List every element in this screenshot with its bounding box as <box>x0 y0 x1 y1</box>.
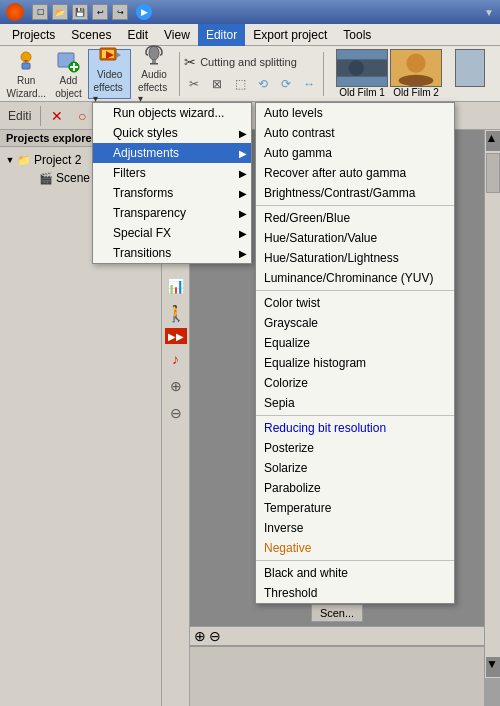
red-x-icon[interactable]: ✕ <box>46 105 68 127</box>
negative-item[interactable]: Negative <box>256 538 454 558</box>
luminance-chrominance-item[interactable]: Luminance/Chrominance (YUV) <box>256 268 454 288</box>
transforms-item[interactable]: Transforms ▶ <box>93 183 251 203</box>
threshold-item[interactable]: Threshold <box>256 583 454 603</box>
scroll-down-arrow[interactable]: ▼ <box>486 657 500 677</box>
video-effects-button[interactable]: Video effects ▾ <box>88 49 130 99</box>
submenu-sep-4 <box>256 560 454 561</box>
menu-bar: Projects Scenes Edit View Editor Export … <box>0 24 500 46</box>
transforms-arrow: ▶ <box>239 188 247 199</box>
toolbar-separator-1 <box>179 52 180 96</box>
old-film-2[interactable]: Old Film 2 <box>390 49 442 98</box>
old-film-1[interactable]: Old Film 1 <box>336 49 388 98</box>
audio-effects-label: Audio <box>141 69 167 80</box>
filters-item[interactable]: Filters ▶ <box>93 163 251 183</box>
add-object-label: Add <box>60 75 78 86</box>
quick-styles-item[interactable]: Quick styles ▶ <box>93 123 251 143</box>
project-folder-icon: 📁 <box>16 152 32 168</box>
transitions-arrow: ▶ <box>239 248 247 259</box>
rotate-left-icon[interactable]: ⟲ <box>253 74 273 94</box>
menu-export[interactable]: Export project <box>245 24 335 46</box>
old-film-3-thumb <box>455 49 485 87</box>
crop-icon[interactable]: ⬚ <box>230 74 250 94</box>
add-object-button[interactable]: Add object <box>50 49 86 99</box>
quick-icon[interactable]: ▶ <box>136 4 152 20</box>
title-arrow: ▼ <box>484 7 494 18</box>
svg-rect-13 <box>150 63 158 65</box>
transitions-item[interactable]: Transitions ▶ <box>93 243 251 263</box>
old-film-2-thumb <box>390 49 442 87</box>
grayscale-item[interactable]: Grayscale <box>256 313 454 333</box>
old-film-3-partial[interactable] <box>444 49 496 98</box>
equalize-histogram-item[interactable]: Equalize histogram <box>256 353 454 373</box>
audio-effects-label2: effects ▾ <box>138 82 170 104</box>
transparency-item[interactable]: Transparency ▶ <box>93 203 251 223</box>
title-bar: ☐ 📂 💾 ↩ ↪ ▶ ▼ <box>0 0 500 24</box>
run-wizard-label: Run <box>17 75 35 86</box>
brightness-contrast-gamma-item[interactable]: Brightness/Contrast/Gamma <box>256 183 454 203</box>
quick-access: ▶ <box>136 4 152 20</box>
auto-gamma-item[interactable]: Auto gamma <box>256 143 454 163</box>
submenu-sep-1 <box>256 205 454 206</box>
menu-tools[interactable]: Tools <box>335 24 379 46</box>
add-object-icon <box>56 49 80 73</box>
run-wizard-button[interactable]: Run Wizard... <box>4 49 48 99</box>
flip-icon[interactable]: ↔ <box>299 74 319 94</box>
colorize-item[interactable]: Colorize <box>256 373 454 393</box>
music-icon[interactable]: ♪ <box>164 347 188 371</box>
color-twist-item[interactable]: Color twist <box>256 293 454 313</box>
black-and-white-item[interactable]: Black and white <box>256 563 454 583</box>
open-icon[interactable]: 📂 <box>52 4 68 20</box>
svg-point-19 <box>399 75 434 87</box>
film-thumbnails: Old Film 1 Old Film 2 <box>336 49 496 98</box>
video-effects-label2: effects ▾ <box>93 82 125 104</box>
new-icon[interactable]: ☐ <box>32 4 48 20</box>
hue-saturation-lightness-item[interactable]: Hue/Saturation/Lightness <box>256 248 454 268</box>
rotate-3d-icon[interactable]: ⟳ <box>276 74 296 94</box>
red-green-blue-item[interactable]: Red/Green/Blue <box>256 208 454 228</box>
posterize-item[interactable]: Posterize <box>256 438 454 458</box>
toolbar-separator-2 <box>323 52 324 96</box>
figure-icon[interactable]: 🚶 <box>164 301 188 325</box>
svg-rect-1 <box>22 63 30 69</box>
expand-arrow: ▼ <box>4 154 16 166</box>
video-effects-icon <box>98 43 122 67</box>
special-fx-item[interactable]: Special FX ▶ <box>93 223 251 243</box>
adjustments-arrow: ▶ <box>239 148 247 159</box>
reducing-bit-resolution-item[interactable]: Reducing bit resolution <box>256 418 454 438</box>
adjustments-item[interactable]: Adjustments ▶ <box>93 143 251 163</box>
equalize-item[interactable]: Equalize <box>256 333 454 353</box>
scroll-thumb[interactable] <box>486 153 500 193</box>
auto-contrast-item[interactable]: Auto contrast <box>256 123 454 143</box>
save-icon[interactable]: 💾 <box>72 4 88 20</box>
old-film-1-label: Old Film 1 <box>339 87 385 98</box>
redo-icon[interactable]: ↪ <box>112 4 128 20</box>
scissors-icon[interactable]: ✂ <box>184 74 204 94</box>
bottom-mini-toolbar: ⊕ ⊖ <box>190 626 484 646</box>
circle-icon[interactable]: ○ <box>71 105 93 127</box>
run-objects-wizard-item[interactable]: Run objects wizard... <box>93 103 251 123</box>
project-name: Project 2 <box>34 153 81 167</box>
sepia-item[interactable]: Sepia <box>256 393 454 413</box>
zoom-minus[interactable]: ⊕ <box>194 628 206 644</box>
zoom-plus[interactable]: ⊖ <box>209 628 221 644</box>
zoom-out-icon[interactable]: ⊖ <box>164 401 188 425</box>
menu-projects[interactable]: Projects <box>4 24 63 46</box>
vertical-scrollbar[interactable]: ▲ ▼ <box>484 130 500 678</box>
temperature-item[interactable]: Temperature <box>256 498 454 518</box>
hue-saturation-value-item[interactable]: Hue/Saturation/Value <box>256 228 454 248</box>
auto-levels-item[interactable]: Auto levels <box>256 103 454 123</box>
svg-rect-12 <box>152 60 156 63</box>
audio-effects-button[interactable]: Audio effects ▾ <box>133 49 175 99</box>
parabolize-item[interactable]: Parabolize <box>256 478 454 498</box>
cutting-icons: ✂ ⊠ ⬚ ⟲ ⟳ ↔ <box>184 74 319 94</box>
media-icon[interactable]: ▶▶ <box>165 328 187 344</box>
chart-icon[interactable]: 📊 <box>164 274 188 298</box>
undo-icon[interactable]: ↩ <box>92 4 108 20</box>
cut-icon2[interactable]: ⊠ <box>207 74 227 94</box>
scroll-up-arrow[interactable]: ▲ <box>486 131 500 151</box>
menu-editor[interactable]: Editor <box>198 24 245 46</box>
solarize-item[interactable]: Solarize <box>256 458 454 478</box>
inverse-item[interactable]: Inverse <box>256 518 454 538</box>
recover-auto-gamma-item[interactable]: Recover after auto gamma <box>256 163 454 183</box>
zoom-in-icon[interactable]: ⊕ <box>164 374 188 398</box>
